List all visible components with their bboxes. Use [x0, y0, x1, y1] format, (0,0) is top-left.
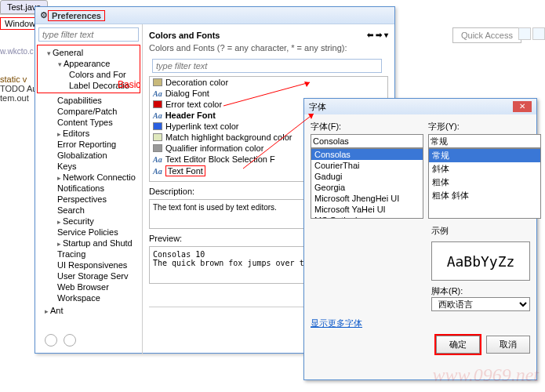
list-item[interactable]: 粗体 [429, 176, 540, 189]
list-item[interactable]: CourierThai [311, 160, 423, 171]
tree-item-appearance[interactable]: Appearance [38, 58, 140, 69]
font-icon: Aa [153, 167, 162, 176]
page-title: Colors and Fonts [149, 31, 220, 40]
list-item[interactable]: Microsoft JhengHei UI [311, 193, 423, 204]
sample-label: 示例 [431, 225, 530, 237]
code-snippet: static v TODO Auto tem.out [0, 74, 35, 103]
list-item-label: Qualifier information color [165, 143, 263, 153]
import-export-icon[interactable] [64, 334, 76, 347]
tree-item[interactable]: Web Browser [37, 281, 140, 292]
page-subtitle: Colors and Fonts (? = any character, * =… [149, 43, 388, 53]
font-ok-button[interactable]: 确定 [436, 336, 480, 354]
list-item[interactable]: Microsoft YaHei UI [311, 204, 423, 215]
tree-item[interactable]: Perspectives [37, 194, 140, 205]
preferences-tree-pane: General Appearance Colors and For Label … [35, 24, 143, 354]
tree-item[interactable]: Startup and Shutd [37, 238, 140, 249]
script-select[interactable]: 西欧语言 [431, 297, 530, 311]
tree-item[interactable]: Tracing [37, 249, 140, 260]
list-item[interactable]: Consolas [311, 149, 423, 160]
tree-item[interactable]: Editors [37, 128, 140, 139]
font-family-label: 字体(F): [311, 121, 423, 132]
tree-item-colors-fonts[interactable]: Colors and For [38, 69, 140, 80]
preferences-titlebar: ⚙ Preferences [35, 7, 394, 24]
tree-item[interactable]: Globalization [37, 150, 140, 161]
quick-access-input[interactable]: Quick Access [452, 27, 521, 43]
tree-item[interactable]: Workspace [37, 292, 140, 303]
font-family-input[interactable] [311, 134, 423, 148]
perspective-icon[interactable] [518, 27, 531, 40]
list-item-label: Text Editor Block Selection F [165, 154, 275, 164]
font-filter-input[interactable] [152, 59, 382, 73]
font-style-list[interactable]: 常规斜体粗体粗体 斜体 [428, 148, 541, 219]
list-item-label: Match highlight background color [165, 132, 292, 142]
tree-item-ant[interactable]: Ant [35, 305, 142, 316]
tree-item[interactable]: Capabilities [37, 95, 140, 106]
close-icon[interactable]: ✕ [513, 101, 532, 112]
font-style-input[interactable] [428, 134, 541, 148]
tree-item[interactable]: User Storage Serv [37, 270, 140, 281]
list-item-label: Error text color [165, 100, 222, 109]
font-dialog: 字体 ✕ 字体(F): ConsolasCourierThaiGadugiGeo… [303, 98, 537, 380]
tree-item[interactable]: Content Types [37, 117, 140, 128]
color-swatch [153, 100, 162, 108]
help-icon[interactable] [45, 334, 57, 347]
preferences-title: Preferences [48, 10, 105, 21]
page-nav-icons: ⬅ ➡ ▾ [367, 31, 388, 40]
list-item-label: Dialog Font [165, 89, 209, 98]
tree-item[interactable]: Compare/Patch [37, 106, 140, 117]
perspective-icon[interactable] [532, 27, 545, 40]
list-item[interactable]: Decoration color [150, 77, 387, 88]
list-item[interactable]: 斜体 [429, 162, 540, 176]
tree-item[interactable]: Service Policies [37, 227, 140, 238]
list-item[interactable]: Gadugi [311, 171, 423, 182]
list-item-label: Hyperlink text color [165, 122, 239, 131]
tree-item[interactable]: UI Responsivenes [37, 260, 140, 270]
font-dialog-title: 字体 [309, 101, 326, 113]
color-swatch [153, 133, 162, 141]
color-swatch [153, 78, 162, 86]
tree-item[interactable]: Search [37, 205, 140, 216]
font-cancel-button[interactable]: 取消 [486, 336, 530, 354]
basic-annotation: Basic [118, 79, 140, 90]
font-icon: Aa [153, 89, 162, 98]
color-swatch [153, 122, 162, 130]
list-item[interactable]: Georgia [311, 182, 423, 193]
tree-item[interactable]: Notifications [37, 183, 140, 194]
tree-item[interactable]: Keys [37, 161, 140, 172]
filter-input[interactable] [38, 27, 139, 42]
color-swatch [153, 144, 162, 152]
font-titlebar: 字体 ✕ [304, 99, 536, 114]
package-hint: w.wkcto.c [0, 47, 31, 56]
gear-icon: ⚙ [40, 10, 48, 20]
tree-item[interactable]: Security [37, 216, 140, 227]
font-icon: Aa [153, 111, 162, 120]
sample-box: AaBbYyZz [431, 241, 530, 281]
list-item[interactable]: AaDialog Font [150, 88, 387, 99]
list-item[interactable]: MS Outlook [311, 215, 423, 219]
tree-item-general[interactable]: General [38, 47, 140, 58]
font-icon: Aa [153, 155, 162, 164]
list-item-label: Header Font [165, 111, 216, 120]
list-item-label: Text Font [168, 166, 203, 176]
tree-item[interactable]: Network Connectio [37, 172, 140, 183]
list-item[interactable]: 常规 [429, 149, 540, 162]
perspective-icons [518, 27, 545, 40]
list-item[interactable]: 粗体 斜体 [429, 189, 540, 202]
more-fonts-link[interactable]: 显示更多字体 [311, 318, 362, 329]
list-item-label: Decoration color [165, 78, 228, 87]
font-style-label: 字形(Y): [428, 121, 541, 132]
script-label: 脚本(R): [431, 285, 530, 297]
tree-item[interactable]: Error Reporting [37, 139, 140, 150]
font-family-list[interactable]: ConsolasCourierThaiGadugiGeorgiaMicrosof… [311, 148, 423, 219]
